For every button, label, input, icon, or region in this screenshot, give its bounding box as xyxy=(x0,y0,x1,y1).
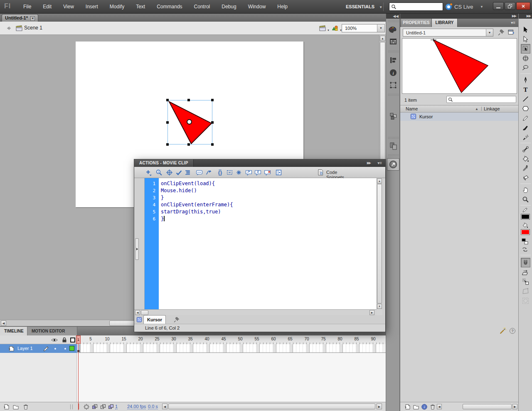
free-transform-tool[interactable] xyxy=(521,44,530,54)
selection-handle[interactable] xyxy=(166,99,169,101)
frame-cell[interactable] xyxy=(183,344,187,353)
timeline-scroll-thumb[interactable] xyxy=(168,404,375,409)
elapsed-time-indicator[interactable]: 0.0 s xyxy=(148,404,158,409)
frame-cell[interactable] xyxy=(180,344,183,353)
menu-insert[interactable]: Insert xyxy=(80,0,104,14)
menu-help[interactable]: Help xyxy=(271,0,293,14)
frame-cell[interactable] xyxy=(273,344,276,353)
lock-layers-icon[interactable] xyxy=(61,337,68,343)
scroll-thumb[interactable] xyxy=(463,404,512,409)
document-tab[interactable]: Untitled-1*✕ xyxy=(2,14,38,22)
new-library-panel-icon[interactable] xyxy=(507,29,515,36)
panel-icon-motion-presets[interactable] xyxy=(388,123,398,133)
collapse-panels-button[interactable]: ▶▶ xyxy=(400,14,519,19)
item-properties-button[interactable]: i xyxy=(421,404,428,410)
frame-cell[interactable] xyxy=(316,344,320,353)
add-new-item-button[interactable] xyxy=(145,169,152,176)
apply-line-comment-button[interactable]: // xyxy=(254,169,261,176)
panel-icon-components[interactable] xyxy=(388,111,398,121)
column-linkage[interactable]: Linkage xyxy=(484,106,500,111)
app-search-input[interactable] xyxy=(398,3,442,10)
frame-cell[interactable] xyxy=(163,344,167,353)
panel-icon-transform[interactable] xyxy=(388,80,398,90)
auto-format-button[interactable] xyxy=(184,169,191,176)
subselection-tool[interactable] xyxy=(521,34,530,44)
scroll-up-icon[interactable]: ▲ xyxy=(380,36,385,41)
frame-cell[interactable] xyxy=(230,344,233,353)
brush-tool[interactable] xyxy=(521,123,530,132)
selection-handle[interactable] xyxy=(211,121,214,124)
frame-cell[interactable] xyxy=(310,344,313,353)
selection-handle[interactable] xyxy=(166,143,169,146)
frame-cell[interactable] xyxy=(343,344,346,353)
frame-cell[interactable] xyxy=(187,344,190,353)
frame-cell[interactable] xyxy=(300,344,303,353)
selection-handle[interactable] xyxy=(187,143,190,146)
frame-cell[interactable] xyxy=(243,344,246,353)
workspace-switcher[interactable]: ESSENTIALS ▼ xyxy=(346,0,382,14)
menu-view[interactable]: View xyxy=(57,0,80,14)
scroll-left-icon[interactable]: ◀ xyxy=(1,320,6,326)
scroll-left-icon[interactable]: ◀ xyxy=(162,404,167,409)
minimize-button[interactable] xyxy=(493,2,504,10)
selection-handle[interactable] xyxy=(166,121,169,124)
frame-cell[interactable] xyxy=(336,344,340,353)
paint-bucket-tool[interactable] xyxy=(521,154,530,164)
selection-handle[interactable] xyxy=(211,143,214,146)
scroll-right-icon[interactable]: ▶ xyxy=(377,404,382,409)
frame-cell[interactable] xyxy=(227,344,230,353)
frame-cell[interactable] xyxy=(190,344,193,353)
tab-library[interactable]: LIBRARY xyxy=(432,19,458,27)
frame-cell[interactable] xyxy=(130,344,133,353)
frame-cell[interactable] xyxy=(233,344,236,353)
frame-cell[interactable] xyxy=(200,344,203,353)
pen-tool[interactable] xyxy=(521,75,530,85)
frame-cell[interactable] xyxy=(90,344,94,353)
frame-cell[interactable] xyxy=(346,344,350,353)
edit-symbols-button[interactable]: ▼ xyxy=(331,25,339,32)
panel-icon-align[interactable] xyxy=(388,55,398,65)
new-symbol-button[interactable] xyxy=(404,404,411,410)
panel-icon-swatches[interactable] xyxy=(388,37,398,46)
actions-panel-tab[interactable]: ACTIONS - MOVIE CLIP xyxy=(134,159,194,167)
frame-cell[interactable] xyxy=(120,344,123,353)
playhead-marker[interactable]: 1 xyxy=(76,335,81,344)
actions-title-bar[interactable]: ACTIONS - MOVIE CLIP ▶▶ ▾≡ xyxy=(134,159,385,167)
tab-motion-editor[interactable]: MOTION EDITOR xyxy=(27,327,77,336)
new-folder-button[interactable] xyxy=(413,404,419,410)
collapse-selection-button[interactable] xyxy=(226,169,233,176)
frame-cell[interactable] xyxy=(276,344,280,353)
bone-tool[interactable] xyxy=(521,144,530,154)
show-hide-layers-icon[interactable] xyxy=(51,337,58,343)
scroll-left-icon[interactable]: ◀ xyxy=(135,310,140,315)
frame-cell[interactable] xyxy=(373,344,376,353)
frame-cell[interactable] xyxy=(160,344,163,353)
frame-cell[interactable] xyxy=(306,344,310,353)
frame-cell[interactable] xyxy=(363,344,366,353)
frame-cell[interactable] xyxy=(350,344,353,353)
frame-cell[interactable] xyxy=(87,344,90,353)
frame-cell[interactable] xyxy=(326,344,330,353)
collapse-toolbox-handle[interactable] xyxy=(135,238,139,260)
menu-edit[interactable]: Edit xyxy=(37,0,57,14)
back-arrow-icon[interactable] xyxy=(5,25,12,32)
script-horizontal-scrollbar[interactable]: ◀ ▶ xyxy=(134,309,377,315)
line-tool[interactable] xyxy=(521,94,530,104)
library-document-select[interactable]: Untitled-1 ▼ xyxy=(403,29,493,37)
fill-color-swatch[interactable] xyxy=(521,229,530,235)
frame-cell[interactable] xyxy=(117,344,120,353)
menu-commands[interactable]: Commands xyxy=(151,0,188,14)
frame-cell[interactable] xyxy=(97,344,100,353)
script-tab-kursor[interactable]: Kursor xyxy=(143,315,166,324)
collapse-to-icons-icon[interactable]: ▶▶ xyxy=(367,159,370,167)
frame-cell[interactable] xyxy=(353,344,356,353)
panel-icon-info[interactable]: i xyxy=(388,68,398,78)
show-hide-toolbox-button[interactable] xyxy=(275,169,282,176)
collapse-tools-button[interactable]: ▶▶ xyxy=(519,14,532,19)
panel-menu-icon[interactable]: ▾≡ xyxy=(511,19,515,27)
frame-cell[interactable] xyxy=(147,344,150,353)
transformation-point[interactable] xyxy=(187,119,192,125)
frame-cell[interactable] xyxy=(360,344,363,353)
panel-icon-color[interactable] xyxy=(388,25,398,35)
scroll-right-icon[interactable]: ▶ xyxy=(512,404,517,409)
